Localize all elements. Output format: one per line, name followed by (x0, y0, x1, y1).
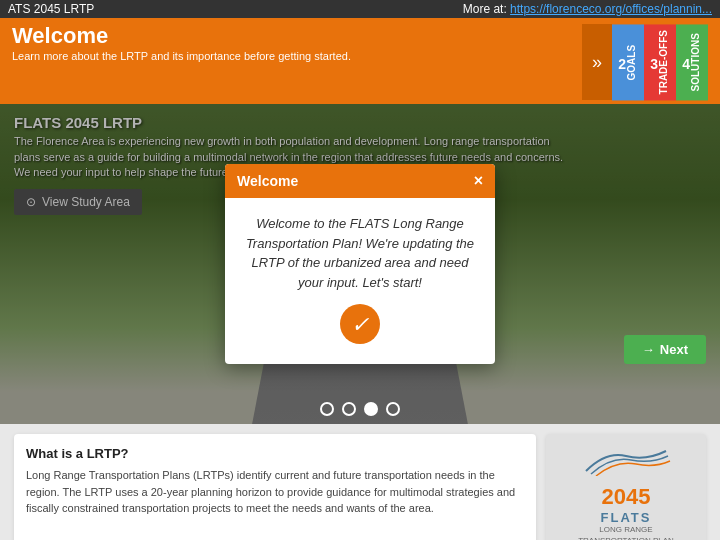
tab-solutions[interactable]: 4 SOLUTIONS (676, 24, 708, 100)
carousel-dot-4[interactable] (386, 402, 400, 416)
check-icon: ✓ (351, 308, 369, 341)
flats-logo: 2045 FLATS LONG RANGE TRANSPORTATION PLA… (576, 446, 676, 540)
modal-check: ✓ (241, 304, 479, 344)
nav-arrow-btn[interactable]: » (582, 24, 612, 100)
carousel-dot-3[interactable] (364, 402, 378, 416)
app-title: ATS 2045 LRTP (8, 2, 94, 16)
tab-solutions-label: SOLUTIONS (690, 33, 701, 91)
logo-year: 2045 (576, 484, 676, 510)
tab-solutions-num: 4 (683, 56, 691, 72)
lrtp-card-title: What is a LRTP? (26, 446, 524, 461)
modal-close-button[interactable]: × (474, 172, 483, 190)
flats-logo-card: 2045 FLATS LONG RANGE TRANSPORTATION PLA… (546, 434, 706, 540)
header: Welcome Learn more about the LRTP and it… (0, 18, 720, 104)
header-subtitle: Learn more about the LRTP and its import… (12, 50, 351, 62)
logo-brand: FLATS (576, 510, 676, 525)
arrow-icon: » (592, 52, 602, 73)
bottom-cards: What is a LRTP? Long Range Transportatio… (0, 424, 720, 540)
logo-sub: LONG RANGE TRANSPORTATION PLAN (576, 525, 676, 540)
logo-arcs (576, 446, 676, 480)
more-at: More at: https://florenceco.org/offices/… (463, 2, 712, 16)
lrtp-card-desc: Long Range Transportation Plans (LRTPs) … (26, 467, 524, 517)
lrtp-info-card: What is a LRTP? Long Range Transportatio… (14, 434, 536, 540)
carousel-dot-1[interactable] (320, 402, 334, 416)
tab-tradeoffs-num: 3 (651, 56, 659, 72)
tab-tradeoffs[interactable]: 3 TRADE-OFFS (644, 24, 676, 100)
right-tabs: » 2 GOALS 3 TRADE-OFFS 4 SOLUTIONS (582, 24, 708, 100)
main-area: FLATS 2045 LRTP The Florence Area is exp… (0, 104, 720, 424)
carousel-dot-2[interactable] (342, 402, 356, 416)
check-circle: ✓ (340, 304, 380, 344)
modal-dialog: Welcome × Welcome to the FLATS Long Rang… (225, 164, 495, 364)
modal-text: Welcome to the FLATS Long Range Transpor… (241, 214, 479, 292)
header-left: Welcome Learn more about the LRTP and it… (12, 24, 351, 62)
tab-tradeoffs-label: TRADE-OFFS (658, 30, 669, 94)
next-arrow-icon: → (642, 342, 655, 357)
external-link[interactable]: https://florenceco.org/offices/plannin..… (510, 2, 712, 16)
top-bar: ATS 2045 LRTP More at: https://florencec… (0, 0, 720, 18)
tab-goals-label: GOALS (626, 44, 637, 80)
page-title: Welcome (12, 24, 351, 48)
modal-header: Welcome × (225, 164, 495, 198)
tab-goals-num: 2 (619, 56, 627, 72)
next-label: Next (660, 342, 688, 357)
modal-title: Welcome (237, 173, 298, 189)
carousel-dots (320, 402, 400, 416)
modal-body: Welcome to the FLATS Long Range Transpor… (225, 198, 495, 364)
next-button[interactable]: → Next (624, 335, 706, 364)
tab-goals[interactable]: 2 GOALS (612, 24, 644, 100)
modal-overlay: Welcome × Welcome to the FLATS Long Rang… (0, 104, 720, 424)
